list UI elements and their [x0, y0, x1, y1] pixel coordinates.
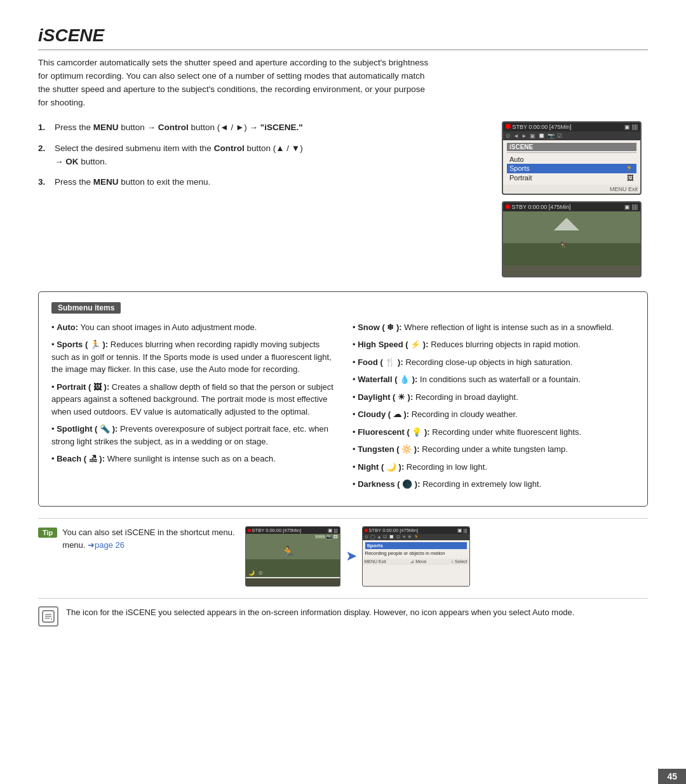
submenu-tungsten: Tungsten ( 🔆 ): Recording under a white … [353, 443, 635, 456]
submenu-snow: Snow ( ❄ ): Where reflection of light is… [353, 321, 635, 334]
spotlight-label: Spotlight ( 🔦 ): [57, 424, 118, 434]
screen-1-menu: iSCENE Auto Sports 🏃 Portrait 🖼 [503, 140, 640, 185]
submenu-left-col: Auto: You can shoot images in Auto adjus… [51, 321, 333, 496]
tip-left: Tip You can also set iSCENE in the short… [38, 526, 235, 552]
tip-badge-row: Tip You can also set iSCENE in the short… [38, 526, 235, 552]
svg-line-11 [51, 618, 52, 620]
note-text: The icon for the iSCENE you selected app… [66, 606, 574, 619]
screen-1-bottom: MENU Exit [503, 185, 640, 194]
screen-mockup-1: STBY 0:00:00 [475Min] ▣ |||| ⊙◄►▣🔲📷☑ iSC… [502, 121, 642, 195]
submenu-auto: Auto: You can shoot images in Auto adjus… [51, 321, 333, 334]
submenu-title: Submenu items [51, 302, 121, 314]
note-section: The icon for the iSCENE you selected app… [38, 598, 648, 627]
daylight-label: Daylight ( ☀ ): [358, 392, 413, 402]
screen-2-topbar-left: STBY 0:00:00 [475Min] [506, 204, 570, 210]
sports-icon: 🏃 [625, 164, 634, 173]
landscape-svg: 🦅 [503, 211, 640, 265]
tip-screen-2-icons: ⊙◯▲☑🔲⊡☀❄🏃 [363, 534, 469, 540]
submenu-beach: Beach ( 🏖 ): Where sunlight is intense s… [51, 453, 333, 465]
screen-1-icons: ⊙◄►▣🔲📷☑ [503, 131, 640, 140]
tip-icon-2: ⊙ [259, 570, 263, 576]
tip-menu-title: Sports [365, 542, 467, 549]
svg-text:🏃: 🏃 [281, 545, 295, 559]
main-section: 1. Press the MENU button → Control butto… [38, 121, 648, 277]
submenu-night: Night ( 🌙 ): Recording in low light. [353, 461, 635, 474]
tip-screen-1: STBY 0:00:00 [475Min] ▣ ||| 9999 📷 🖼 🏃 🌙… [245, 526, 340, 587]
intro-paragraph: This camcorder automatically sets the sh… [38, 56, 432, 110]
tip-rec-dot-2 [365, 529, 368, 532]
svg-rect-1 [503, 243, 640, 265]
screen-1-item-portrait: Portrait 🖼 [507, 173, 636, 182]
note-svg-icon [41, 609, 55, 623]
darkness-label: Darkness ( 🌑 ): [358, 479, 420, 489]
screen-2-image: 9999 📷 🖼 🦅 [503, 211, 640, 265]
tip-menu-desc: Recording people or objects in motion [365, 550, 467, 557]
tip-icon-1: 🌙 [248, 570, 255, 576]
rec-dot-2 [506, 204, 510, 209]
note-icon [38, 606, 58, 627]
tip-screen-1-overlay: 9999 📷 🖼 [315, 535, 337, 540]
submenu-sports: Sports ( 🏃 ): Reduces blurring when reco… [51, 338, 333, 376]
auto-label: Auto: [57, 322, 78, 332]
cloudy-label: Cloudy ( ☁ ): [358, 409, 409, 419]
divider [507, 152, 636, 153]
svg-text:🦅: 🦅 [560, 241, 568, 248]
step-3: 3. Press the MENU button to exit the men… [38, 176, 489, 189]
tip-menu-select: ○ Select [451, 559, 467, 564]
submenu-portrait: Portrait ( 🖼 ): Creates a shallow depth … [51, 381, 333, 418]
portrait-label-2: Portrait ( 🖼 ): [57, 382, 109, 392]
submenu-spotlight: Spotlight ( 🔦 ): Prevents overexposure o… [51, 423, 333, 448]
submenu-cloudy: Cloudy ( ☁ ): Recording in cloudy weathe… [353, 408, 635, 421]
tip-screen-1-body: 9999 📷 🖼 🏃 🌙 ⊙ [246, 534, 340, 577]
submenu-columns: Auto: You can shoot images in Auto adjus… [51, 321, 635, 496]
submenu-highspeed: High Speed ( ⚡ ): Reduces blurring objec… [353, 338, 635, 351]
submenu-food: Food ( 🍴 ): Recording close-up objects i… [353, 356, 635, 369]
step-1-number: 1. [38, 121, 48, 135]
screen-1-topbar-right: ▣ |||| [624, 124, 638, 130]
screen-2-topbar-right: ▣ |||| [624, 204, 638, 210]
steps-list: 1. Press the MENU button → Control butto… [38, 121, 489, 190]
tip-menu-move: ⊿ Move [410, 559, 426, 564]
step-2-number: 2. [38, 142, 48, 169]
tip-screen-2-topbar-left: STBY 0:00:00 [475Min] [365, 528, 419, 533]
submenu-left-list: Auto: You can shoot images in Auto adjus… [51, 321, 333, 465]
step-2-text: Select the desired submenu item with the… [55, 142, 489, 169]
screen-1-menu-title: iSCENE [507, 143, 636, 151]
night-label: Night ( 🌙 ): [358, 462, 404, 472]
submenu-darkness: Darkness ( 🌑 ): Recording in extremely l… [353, 478, 635, 491]
step-3-text: Press the MENU button to exit the menu. [55, 176, 489, 189]
screen-1-item-auto: Auto [507, 155, 636, 164]
tip-screen-1-topbar: STBY 0:00:00 [475Min] ▣ ||| [246, 527, 340, 534]
screen-2-topbar: STBY 0:00:00 [475Min] ▣ |||| [503, 203, 640, 211]
highspeed-label: High Speed ( ⚡ ): [358, 340, 428, 349]
tip-section: Tip You can also set iSCENE in the short… [38, 518, 648, 587]
step-1-text: Press the MENU button → Control button (… [55, 121, 489, 135]
tip-text: You can also set iSCENE in the shortcut … [62, 526, 234, 552]
screen-1-item-sports: Sports 🏃 [507, 164, 636, 173]
fluorescent-label: Fluorescent ( 💡 ): [358, 427, 430, 437]
step-3-number: 3. [38, 176, 48, 189]
tungsten-label: Tungsten ( 🔆 ): [358, 444, 419, 454]
arrow-icon: ➤ [346, 548, 357, 564]
tip-screen-1-topbar-text: STBY 0:00:00 [475Min] [248, 528, 302, 533]
submenu-waterfall: Waterfall ( 💧 ): In conditions such as w… [353, 373, 635, 386]
portrait-label: Portrait [509, 174, 532, 182]
food-label: Food ( 🍴 ): [358, 357, 403, 367]
tip-page-ref: ➜page 26 [88, 540, 124, 550]
submenu-fluorescent: Fluorescent ( 💡 ): Recording under white… [353, 426, 635, 439]
submenu-right-col: Snow ( ❄ ): Where reflection of light is… [353, 321, 635, 496]
rec-dot [506, 124, 511, 129]
submenu-daylight: Daylight ( ☀ ): Recording in broad dayli… [353, 391, 635, 404]
screen-1-topbar: STBY 0:00:00 [475Min] ▣ |||| [503, 123, 640, 131]
page-title: iSCENE [38, 25, 648, 50]
sports-label-2: Sports ( 🏃 ): [57, 340, 108, 349]
tip-screen-1-topbar-right: ▣ ||| [328, 528, 338, 533]
menu-exit-label: MENU Exit [610, 186, 638, 192]
screen-mockup-2: STBY 0:00:00 [475Min] ▣ |||| 9999 📷 🖼 🦅 [502, 201, 642, 277]
screen-1-topbar-left: STBY 0:00:00 [475Min] [506, 124, 571, 130]
tip-badge: Tip [38, 528, 57, 538]
tip-screen-2-body: Sports Recording people or objects in mo… [363, 540, 469, 559]
submenu-right-list: Snow ( ❄ ): Where reflection of light is… [353, 321, 635, 491]
portrait-icon: 🖼 [627, 174, 634, 182]
submenu-box: Submenu items Auto: You can shoot images… [38, 291, 648, 507]
